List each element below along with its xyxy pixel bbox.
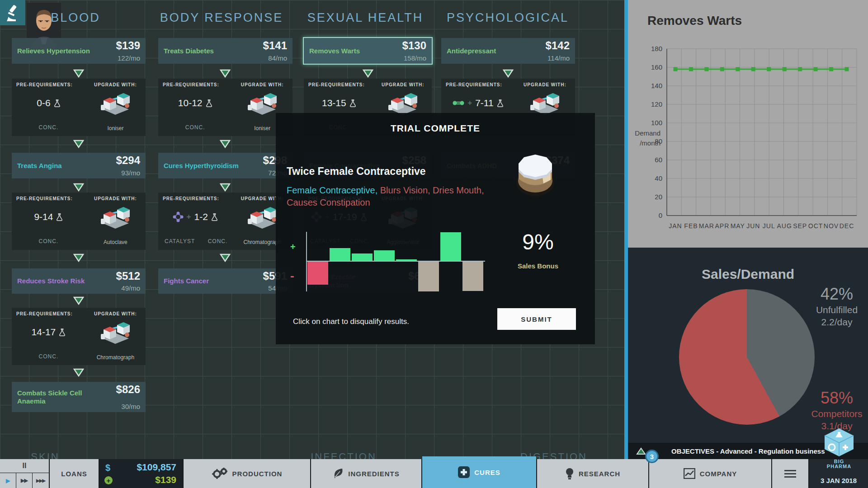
trial-bar[interactable] bbox=[418, 262, 439, 291]
trial-bar[interactable] bbox=[462, 262, 483, 291]
menu-button[interactable] bbox=[772, 459, 808, 488]
company-button[interactable]: COMPANY bbox=[649, 459, 771, 488]
cure-card-removes-warts-selected[interactable]: Removes Warts $130 158/mo bbox=[303, 37, 433, 65]
cure-card-fights-cancer[interactable]: Fights Cancer $591 54/mo bbox=[158, 268, 292, 294]
play-button[interactable]: ▶ bbox=[0, 473, 16, 488]
svg-text:JUN: JUN bbox=[746, 222, 760, 230]
prereq-heading: PRE-REQUIREMENTS: bbox=[446, 82, 502, 87]
trial-bar[interactable] bbox=[352, 253, 373, 261]
concentration-range: 14-17 bbox=[32, 327, 56, 338]
cure-name: Removes Warts bbox=[309, 38, 360, 64]
connector-arrow-icon bbox=[220, 140, 231, 148]
prereq-panel: PRE-REQUIREMENTS: 10-12 CONC. UPGRADE WI… bbox=[158, 79, 292, 136]
prereq-type: CONC. bbox=[12, 238, 85, 244]
cure-card-treats-diabetes[interactable]: Treats Diabetes $141 84/mo bbox=[158, 38, 292, 64]
prereq-type: CONC. bbox=[12, 124, 85, 131]
unfulfilled-label: Unfulfilled bbox=[805, 305, 868, 315]
trial-complete-dialog: TRIAL COMPLETE Twice Female Contraceptiv… bbox=[276, 113, 595, 344]
cure-rate: 122/mo bbox=[118, 54, 140, 62]
ingredients-button[interactable]: INGREDIENTS bbox=[311, 459, 421, 488]
company-label: COMPANY bbox=[700, 470, 737, 478]
cure-card-reduces-stroke-risk[interactable]: Reduces Stroke Risk $512 49/mo bbox=[12, 268, 146, 294]
logo-text-pharma: PHARMA bbox=[820, 464, 858, 469]
connector-arrow-icon bbox=[73, 69, 84, 78]
cure-name: Reduces Stroke Risk bbox=[17, 268, 85, 294]
research-microscope-button[interactable] bbox=[0, 0, 25, 25]
cure-rate: 30/mo bbox=[121, 403, 140, 410]
loans-button[interactable]: LOANS bbox=[50, 459, 99, 488]
sales-demand-pie bbox=[679, 289, 815, 425]
cure-name: Cures Hyperthyroidism bbox=[164, 153, 239, 178]
cure-price: $130 bbox=[402, 39, 426, 52]
chart-baseline bbox=[306, 261, 485, 262]
submit-button[interactable]: SUBMIT bbox=[497, 308, 576, 330]
cure-card-treats-angina[interactable]: Treats Angina $294 93/mo bbox=[12, 153, 146, 178]
upgrade-heading: UPGRADE WITH: bbox=[85, 196, 146, 201]
category-sexual-health: SEXUAL HEALTH bbox=[307, 11, 424, 25]
big-pharma-screen: BLOOD BODY RESPONSE SEXUAL HEALTH PSYCHO… bbox=[0, 0, 868, 488]
prereq-type: CONC. bbox=[12, 353, 85, 360]
pill-image bbox=[514, 152, 556, 199]
cure-name: Relieves Hypertension bbox=[17, 38, 90, 64]
fast-forward-button[interactable]: ▶▶ bbox=[16, 473, 32, 488]
prereq-panel: PRE-REQUIREMENTS: 14-17 CONC. UPGRADE WI… bbox=[12, 308, 146, 365]
svg-text:40: 40 bbox=[655, 174, 662, 182]
pause-button[interactable]: II bbox=[0, 459, 49, 473]
connector-arrow-icon bbox=[220, 69, 231, 78]
machine-name: Chromatograph bbox=[85, 354, 146, 361]
sales-bonus-label: Sales Bonus bbox=[484, 262, 592, 270]
trial-bar[interactable] bbox=[307, 262, 328, 285]
prereq-heading: PRE-REQUIREMENTS: bbox=[16, 196, 73, 201]
production-label: PRODUCTION bbox=[232, 470, 283, 478]
grid-scrollbar[interactable] bbox=[624, 0, 628, 459]
pie-chart-title: Sales/Demand bbox=[628, 267, 868, 282]
production-button[interactable]: PRODUCTION bbox=[184, 459, 310, 488]
cure-price: $141 bbox=[263, 39, 287, 52]
medical-cross-icon bbox=[458, 466, 470, 478]
cure-name: Treats Angina bbox=[17, 153, 62, 178]
svg-text:MAR: MAR bbox=[699, 222, 714, 230]
sales-bonus-value: 9% bbox=[484, 230, 592, 254]
cure-price: $139 bbox=[116, 39, 140, 52]
demand-chart-title: Removes Warts bbox=[647, 14, 742, 28]
cures-button-active[interactable]: CURES bbox=[422, 456, 536, 488]
cure-card-antidepressant[interactable]: Antidepressant $142 114/mo bbox=[441, 38, 575, 64]
big-pharma-logo: BIG PHARMA bbox=[820, 427, 858, 471]
svg-text:140: 140 bbox=[651, 82, 662, 89]
svg-text:OCT: OCT bbox=[808, 222, 823, 230]
demand-line-chart: 020406080100120140160180Demand/monthJANF… bbox=[628, 0, 868, 248]
trial-result-bars[interactable] bbox=[307, 232, 485, 291]
trial-bar[interactable] bbox=[330, 248, 350, 261]
autoclave-machine-icon bbox=[99, 204, 132, 230]
trial-results-chart[interactable]: + - bbox=[302, 232, 486, 292]
concentration-range: 13-15 bbox=[322, 98, 346, 108]
research-button[interactable]: RESEARCH bbox=[537, 459, 648, 488]
cure-card-cures-hyperthyroidism[interactable]: Cures Hyperthyroidism $298 72/mo bbox=[158, 153, 292, 178]
trial-bar[interactable] bbox=[440, 232, 461, 261]
svg-text:FEB: FEB bbox=[684, 222, 698, 230]
prereq-panel: PRE-REQUIREMENTS: 0-6 CONC. UPGRADE WITH… bbox=[12, 79, 146, 136]
prereq-heading: PRE-REQUIREMENTS: bbox=[163, 82, 219, 87]
drug-effects: Female Contraceptive, Blurs Vision, Drie… bbox=[287, 184, 513, 209]
cure-price: $826 bbox=[116, 383, 140, 396]
ingredients-label: INGREDIENTS bbox=[348, 470, 400, 478]
cure-card-relieves-hypertension[interactable]: Relieves Hypertension $139 122/mo bbox=[12, 38, 146, 64]
monthly-income: $139 bbox=[155, 474, 176, 485]
hamburger-icon bbox=[784, 468, 796, 479]
trial-bar[interactable] bbox=[374, 250, 395, 261]
logo-cube-icon bbox=[823, 427, 855, 457]
unfulfilled-percent: 42% bbox=[805, 285, 868, 304]
fastest-forward-button[interactable]: ▶▶▶ bbox=[33, 473, 49, 488]
gears-icon bbox=[212, 468, 228, 479]
flask-icon bbox=[59, 328, 66, 336]
svg-text:AUG: AUG bbox=[777, 222, 792, 230]
cure-price: $142 bbox=[546, 39, 570, 52]
connector-arrow-icon bbox=[220, 253, 231, 262]
bottom-toolbar: II ▶ ▶▶ ▶▶▶ LOANS $ $109,857 + $139 bbox=[0, 459, 868, 488]
svg-text:120: 120 bbox=[651, 100, 662, 108]
prereq-heading: PRE-REQUIREMENTS: bbox=[16, 311, 73, 316]
catalyst-label: CATALYST bbox=[165, 238, 195, 244]
expand-objectives-icon[interactable] bbox=[636, 447, 646, 455]
research-label: RESEARCH bbox=[579, 470, 620, 478]
cure-card-combats-sickle-cell-anaemia[interactable]: Combats Sickle Cell Anaemia $826 30/mo bbox=[12, 382, 146, 412]
